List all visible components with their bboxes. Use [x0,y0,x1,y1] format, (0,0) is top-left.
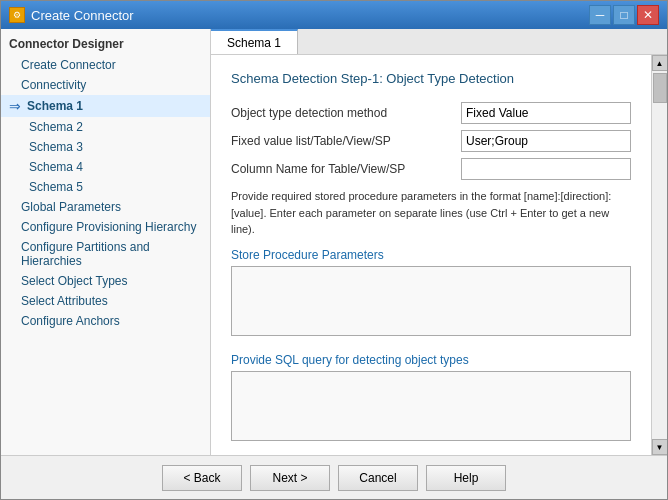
sidebar-label-schema3: Schema 3 [29,140,83,154]
title-bar-left: ⚙ Create Connector [9,7,134,23]
sql-section: Provide SQL query for detecting object t… [231,353,631,444]
sidebar-item-schema4[interactable]: Schema 4 [1,157,210,177]
tab-bar: Schema 1 [211,29,667,55]
object-type-control: Fixed Value Table/View Stored Procedure … [461,102,631,124]
sidebar-label-schema2: Schema 2 [29,120,83,134]
object-type-label: Object type detection method [231,106,461,120]
title-bar: ⚙ Create Connector ─ □ ✕ [1,1,667,29]
store-procedure-textarea[interactable] [231,266,631,336]
sidebar-item-select-object-types[interactable]: Select Object Types [1,271,210,291]
sidebar-label-select-attributes: Select Attributes [21,294,108,308]
sidebar-item-configure-provisioning[interactable]: Configure Provisioning Hierarchy [1,217,210,237]
content-area: Connector Designer Create Connector Conn… [1,29,667,455]
section-title: Schema Detection Step-1: Object Type Det… [231,71,631,86]
fixed-value-control [461,130,631,152]
sidebar-label-schema1: Schema 1 [27,99,83,113]
sidebar-label-configure-anchors: Configure Anchors [21,314,120,328]
scrollbar-up-button[interactable]: ▲ [652,55,668,71]
cancel-button[interactable]: Cancel [338,465,418,491]
sidebar-item-schema2[interactable]: Schema 2 [1,117,210,137]
sidebar-label-configure-provisioning: Configure Provisioning Hierarchy [21,220,196,234]
fixed-value-input[interactable] [461,130,631,152]
sidebar-label-configure-partitions: Configure Partitions and Hierarchies [21,240,202,268]
maximize-button[interactable]: □ [613,5,635,25]
sidebar-item-select-attributes[interactable]: Select Attributes [1,291,210,311]
sidebar-label-global-parameters: Global Parameters [21,200,121,214]
form-row-fixed-value: Fixed value list/Table/View/SP [231,130,631,152]
sidebar-label-schema4: Schema 4 [29,160,83,174]
main-panel: Schema 1 Schema Detection Step-1: Object… [211,29,667,455]
scrollbar: ▲ ▼ [651,55,667,455]
window-controls: ─ □ ✕ [589,5,659,25]
sidebar-item-schema5[interactable]: Schema 5 [1,177,210,197]
tab-schema1-label: Schema 1 [227,36,281,50]
sidebar-title: Connector Designer [1,33,210,55]
arrow-icon: ⇒ [9,98,21,114]
sidebar-item-global-parameters[interactable]: Global Parameters [1,197,210,217]
next-button[interactable]: Next > [250,465,330,491]
sidebar-item-configure-partitions[interactable]: Configure Partitions and Hierarchies [1,237,210,271]
sidebar: Connector Designer Create Connector Conn… [1,29,211,455]
object-type-select[interactable]: Fixed Value Table/View Stored Procedure … [461,102,631,124]
column-name-input[interactable] [461,158,631,180]
sidebar-label-connectivity: Connectivity [21,78,86,92]
scrollbar-down-button[interactable]: ▼ [652,439,668,455]
help-button[interactable]: Help [426,465,506,491]
store-procedure-label: Store Procedure Parameters [231,248,631,262]
footer: < Back Next > Cancel Help [1,455,667,499]
sidebar-item-configure-anchors[interactable]: Configure Anchors [1,311,210,331]
main-window: ⚙ Create Connector ─ □ ✕ Connector Desig… [0,0,668,500]
object-type-select-wrapper: Fixed Value Table/View Stored Procedure … [461,102,631,124]
scrollbar-thumb[interactable] [653,73,667,103]
window-title: Create Connector [31,8,134,23]
sidebar-item-create-connector[interactable]: Create Connector [1,55,210,75]
main-with-scroll: Schema Detection Step-1: Object Type Det… [211,55,667,455]
scroll-container[interactable]: Schema Detection Step-1: Object Type Det… [211,55,651,455]
column-name-control [461,158,631,180]
sql-query-textarea[interactable] [231,371,631,441]
tab-schema1[interactable]: Schema 1 [211,29,298,54]
sidebar-item-schema3[interactable]: Schema 3 [1,137,210,157]
sql-query-label: Provide SQL query for detecting object t… [231,353,631,367]
sidebar-item-schema1[interactable]: ⇒ Schema 1 [1,95,210,117]
back-button[interactable]: < Back [162,465,242,491]
sidebar-item-connectivity[interactable]: Connectivity [1,75,210,95]
fixed-value-label: Fixed value list/Table/View/SP [231,134,461,148]
sidebar-label-create-connector: Create Connector [21,58,116,72]
minimize-button[interactable]: ─ [589,5,611,25]
form-row-column-name: Column Name for Table/View/SP [231,158,631,180]
close-button[interactable]: ✕ [637,5,659,25]
sidebar-label-schema5: Schema 5 [29,180,83,194]
sidebar-label-select-object-types: Select Object Types [21,274,128,288]
app-icon: ⚙ [9,7,25,23]
info-text: Provide required stored procedure parame… [231,188,631,238]
column-name-label: Column Name for Table/View/SP [231,162,461,176]
form-row-object-type: Object type detection method Fixed Value… [231,102,631,124]
